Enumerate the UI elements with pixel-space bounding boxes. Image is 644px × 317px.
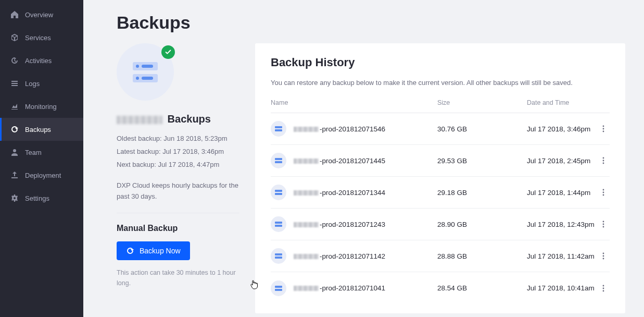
- backup-name: -prod-201812071344: [294, 189, 385, 197]
- backup-info-panel: Backups Oldest backup: Jun 18 2018, 5:23…: [117, 43, 239, 288]
- backup-rows: -prod-20181207154630.76 GBJul 17 2018, 3…: [271, 113, 610, 304]
- redacted-prefix: [294, 159, 319, 164]
- sidebar-item-logs[interactable]: Logs: [0, 72, 83, 95]
- backup-item-icon: [271, 121, 286, 137]
- row-actions-button[interactable]: [597, 284, 610, 292]
- redacted-prefix: [294, 127, 319, 132]
- next-backup-line: Next backup: Jul 17 2018, 4:47pm: [117, 160, 239, 170]
- list-icon: [10, 79, 19, 88]
- manual-backup-heading: Manual Backup: [117, 224, 239, 233]
- sidebar: OverviewServicesActivitiesLogsMonitoring…: [0, 0, 83, 317]
- cell-size: 29.18 GB: [437, 189, 527, 197]
- sidebar-item-label: Backups: [25, 126, 51, 133]
- kebab-icon: [599, 188, 608, 197]
- backup-name: -prod-201812071546: [294, 125, 385, 133]
- backup-history-description: You can restore any backup below to make…: [271, 79, 610, 87]
- row-actions-button[interactable]: [597, 252, 610, 260]
- sidebar-item-label: Activities: [25, 57, 52, 65]
- refresh-icon: [10, 125, 19, 133]
- col-size: Size: [437, 99, 527, 106]
- table-row: -prod-20181207104128.54 GBJul 17 2018, 1…: [271, 272, 610, 304]
- backup-item-icon: [271, 216, 286, 232]
- table-header: Name Size Date and Time: [271, 99, 610, 113]
- backup-name: -prod-201812071142: [294, 252, 385, 260]
- upload-icon: [10, 171, 19, 179]
- user-icon: [10, 148, 19, 156]
- sidebar-item-settings[interactable]: Settings: [0, 187, 83, 210]
- cell-date: Jul 17 2018, 3:46pm: [527, 125, 597, 133]
- redacted-prefix: [294, 286, 319, 291]
- redacted-prefix: [294, 222, 319, 227]
- home-icon: [10, 10, 19, 19]
- row-actions-button[interactable]: [597, 220, 610, 228]
- cell-name: -prod-201812071445: [271, 153, 437, 168]
- backup-name: -prod-201812071445: [294, 157, 385, 165]
- table-row: -prod-20181207114228.88 GBJul 17 2018, 1…: [271, 240, 610, 272]
- gear-icon: [10, 194, 19, 202]
- page-title: Backups: [117, 13, 625, 33]
- sidebar-item-label: Settings: [25, 194, 49, 202]
- row-actions-button[interactable]: [597, 188, 610, 197]
- backup-status-badge: [117, 43, 174, 101]
- backup-item-icon: [271, 153, 286, 168]
- sidebar-item-backups[interactable]: Backups: [0, 118, 83, 141]
- backup-name: -prod-201812071041: [294, 284, 385, 292]
- backup-item-icon: [271, 281, 286, 296]
- cell-size: 28.90 GB: [437, 221, 527, 228]
- table-row: -prod-20181207154630.76 GBJul 17 2018, 3…: [271, 113, 610, 145]
- kebab-icon: [599, 252, 608, 260]
- cell-date: Jul 17 2018, 10:41am: [527, 284, 597, 292]
- cell-date: Jul 17 2018, 1:44pm: [527, 189, 597, 197]
- kebab-icon: [599, 284, 608, 292]
- redacted-project-name: [117, 116, 162, 124]
- table-row: -prod-20181207124328.90 GBJul 17 2018, 1…: [271, 209, 610, 240]
- cell-date: Jul 17 2018, 11:42am: [527, 252, 597, 260]
- sidebar-item-services[interactable]: Services: [0, 26, 83, 49]
- cell-name: -prod-201812071344: [271, 185, 437, 200]
- sidebar-item-label: Team: [25, 149, 42, 156]
- table-row: -prod-20181207144529.53 GBJul 17 2018, 2…: [271, 145, 610, 177]
- kebab-icon: [599, 125, 608, 133]
- redacted-prefix: [294, 254, 319, 259]
- sidebar-item-team[interactable]: Team: [0, 141, 83, 164]
- backup-now-button[interactable]: Backup Now: [117, 241, 190, 260]
- col-date: Date and Time: [527, 99, 610, 106]
- cell-name: -prod-201812071546: [271, 121, 437, 137]
- history-icon: [10, 56, 19, 65]
- latest-backup-line: Latest backup: Jul 17 2018, 3:46pm: [117, 147, 239, 157]
- cell-size: 29.53 GB: [437, 157, 527, 165]
- row-actions-button[interactable]: [597, 156, 610, 165]
- cell-size: 28.54 GB: [437, 284, 527, 292]
- cell-name: -prod-201812071243: [271, 216, 437, 232]
- sidebar-item-activities[interactable]: Activities: [0, 49, 83, 72]
- cube-icon: [10, 33, 19, 42]
- check-icon: [161, 45, 175, 59]
- backup-history-title: Backup History: [271, 56, 610, 69]
- redacted-prefix: [294, 190, 319, 196]
- cell-date: Jul 17 2018, 2:45pm: [527, 157, 597, 165]
- row-actions-button[interactable]: [597, 125, 610, 133]
- sidebar-item-monitoring[interactable]: Monitoring: [0, 95, 83, 118]
- refresh-icon: [126, 247, 134, 255]
- sidebar-item-overview[interactable]: Overview: [0, 3, 83, 26]
- table-row: -prod-20181207134429.18 GBJul 17 2018, 1…: [271, 177, 610, 209]
- sidebar-item-label: Overview: [25, 11, 53, 19]
- cell-size: 28.88 GB: [437, 252, 527, 260]
- sidebar-item-deployment[interactable]: Deployment: [0, 164, 83, 187]
- col-name: Name: [271, 99, 437, 106]
- backup-item-icon: [271, 248, 286, 264]
- chart-icon: [10, 102, 19, 111]
- cell-size: 30.76 GB: [437, 125, 527, 133]
- backup-item-icon: [271, 185, 286, 200]
- kebab-icon: [599, 220, 608, 228]
- main-content: Backups Backups Old: [83, 0, 644, 317]
- cell-name: -prod-201812071142: [271, 248, 437, 264]
- sidebar-item-label: Services: [25, 34, 51, 42]
- backup-duration-hint: This action can take 30 minutes to 1 hou…: [117, 267, 239, 288]
- sidebar-item-label: Logs: [25, 80, 40, 88]
- divider: [117, 213, 239, 213]
- backup-name: -prod-201812071243: [294, 221, 385, 228]
- retention-note: DXP Cloud keeps hourly backups for the p…: [117, 180, 239, 202]
- cell-date: Jul 17 2018, 12:43pm: [527, 221, 597, 228]
- backup-history-card: Backup History You can restore any backu…: [255, 43, 625, 313]
